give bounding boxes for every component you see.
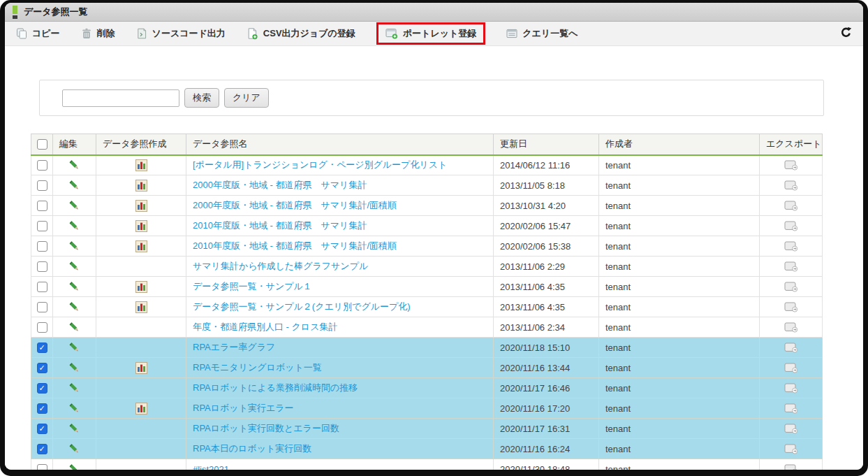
query-list-button[interactable]: クエリ一覧へ	[506, 27, 578, 40]
export-cell[interactable]	[760, 155, 823, 175]
edit-pencil-icon[interactable]	[68, 260, 80, 271]
export-icon[interactable]	[784, 200, 798, 210]
clear-button[interactable]: クリア	[224, 88, 269, 108]
export-icon[interactable]	[784, 281, 798, 291]
row-checkbox[interactable]	[37, 201, 47, 211]
select-all-checkbox[interactable]	[37, 139, 47, 150]
export-cell[interactable]	[760, 378, 823, 398]
export-cell[interactable]	[760, 257, 823, 277]
chart-create-icon[interactable]	[135, 280, 147, 291]
edit-cell[interactable]	[53, 175, 96, 196]
search-button[interactable]: 検索	[184, 88, 219, 108]
export-cell[interactable]	[760, 216, 823, 236]
row-checkbox[interactable]	[37, 180, 47, 191]
chart-create-icon[interactable]	[135, 199, 147, 210]
edit-cell[interactable]	[53, 439, 96, 459]
chart-create-icon[interactable]	[135, 402, 147, 412]
edit-pencil-icon[interactable]	[68, 159, 80, 170]
chart-create-cell[interactable]	[96, 236, 186, 257]
export-icon[interactable]	[784, 403, 798, 413]
edit-pencil-icon[interactable]	[68, 301, 80, 311]
row-checkbox[interactable]	[37, 363, 47, 373]
export-cell[interactable]	[760, 175, 823, 196]
export-cell[interactable]	[760, 459, 823, 470]
row-name-link[interactable]: RPAロボット実行回数とエラー回数	[193, 423, 339, 433]
chart-create-icon[interactable]	[135, 179, 147, 189]
edit-pencil-icon[interactable]	[68, 280, 80, 291]
export-cell[interactable]	[760, 419, 823, 439]
edit-pencil-icon[interactable]	[68, 402, 80, 412]
row-name-link[interactable]: #list2021	[193, 464, 229, 470]
export-icon[interactable]	[784, 301, 798, 312]
chart-create-icon[interactable]	[135, 219, 147, 230]
edit-pencil-icon[interactable]	[68, 463, 80, 470]
edit-pencil-icon[interactable]	[68, 341, 80, 352]
edit-cell[interactable]	[53, 297, 96, 317]
row-name-link[interactable]: 2000年度版・地域 - 都道府県 サマリ集計/面積順	[193, 200, 397, 210]
export-cell[interactable]	[760, 398, 823, 419]
chart-create-cell[interactable]	[96, 358, 186, 378]
edit-cell[interactable]	[53, 459, 96, 470]
chart-create-cell[interactable]	[96, 196, 186, 216]
row-checkbox[interactable]	[37, 444, 47, 454]
chart-create-icon[interactable]	[135, 240, 147, 250]
edit-pencil-icon[interactable]	[68, 361, 80, 372]
refresh-button[interactable]	[840, 27, 852, 41]
edit-cell[interactable]	[53, 277, 96, 297]
edit-cell[interactable]	[53, 419, 96, 439]
row-name-link[interactable]: RPAロボット実行エラー	[193, 403, 294, 413]
row-name-link[interactable]: RPA本日のロボット実行回数	[193, 443, 311, 454]
edit-cell[interactable]	[53, 378, 96, 398]
export-cell[interactable]	[760, 297, 823, 317]
row-name-link[interactable]: [ポータル用]トランジションログ・ページ別グループ化リスト	[193, 159, 447, 170]
row-name-link[interactable]: RPAエラー率グラフ	[193, 342, 275, 352]
chart-create-cell[interactable]	[96, 175, 186, 196]
portlet-register-button[interactable]: ポートレット登録	[385, 27, 477, 40]
edit-cell[interactable]	[53, 236, 96, 257]
edit-cell[interactable]	[53, 338, 96, 358]
row-checkbox[interactable]	[37, 383, 47, 394]
export-cell[interactable]	[760, 236, 823, 257]
row-name-link[interactable]: 2010年度版・地域 - 都道府県 サマリ集計	[193, 220, 367, 231]
chart-create-icon[interactable]	[135, 301, 147, 311]
chart-create-cell[interactable]	[96, 398, 186, 419]
copy-button[interactable]: コピー	[16, 27, 60, 40]
export-cell[interactable]	[760, 338, 823, 358]
row-name-link[interactable]: RPAモニタリングロボット一覧	[193, 362, 322, 373]
row-checkbox[interactable]	[37, 424, 47, 434]
export-icon[interactable]	[784, 159, 798, 170]
row-checkbox[interactable]	[37, 261, 47, 272]
row-name-link[interactable]: 2010年度版・地域 - 都道府県 サマリ集計/面積順	[193, 240, 397, 251]
edit-cell[interactable]	[53, 216, 96, 236]
chart-create-cell[interactable]	[96, 459, 186, 470]
edit-pencil-icon[interactable]	[68, 382, 80, 392]
row-name-link[interactable]: 2000年度版・地域 - 都道府県 サマリ集計	[193, 180, 367, 190]
export-icon[interactable]	[784, 382, 798, 393]
row-name-link[interactable]: データ参照一覧・サンプル２(クエリ別でグループ化)	[193, 301, 411, 312]
export-icon[interactable]	[784, 362, 798, 373]
row-name-link[interactable]: サマリ集計から作成した棒グラフサンプル	[193, 261, 368, 271]
row-checkbox[interactable]	[37, 403, 47, 414]
export-icon[interactable]	[784, 342, 798, 352]
export-icon[interactable]	[784, 322, 798, 332]
export-cell[interactable]	[760, 317, 823, 338]
edit-cell[interactable]	[53, 317, 96, 338]
edit-pencil-icon[interactable]	[68, 219, 80, 230]
row-checkbox[interactable]	[37, 322, 47, 333]
export-cell[interactable]	[760, 277, 823, 297]
export-icon[interactable]	[784, 443, 798, 454]
export-icon[interactable]	[784, 220, 798, 231]
row-checkbox[interactable]	[37, 302, 47, 312]
row-checkbox[interactable]	[37, 282, 47, 292]
row-name-link[interactable]: データ参照一覧・サンプル１	[193, 281, 312, 291]
edit-cell[interactable]	[53, 155, 96, 175]
edit-pencil-icon[interactable]	[68, 321, 80, 331]
row-name-link[interactable]: 年度・都道府県別人口 - クロス集計	[193, 322, 337, 332]
row-checkbox[interactable]	[37, 241, 47, 252]
edit-cell[interactable]	[53, 358, 96, 378]
chart-create-cell[interactable]	[96, 257, 186, 277]
edit-pencil-icon[interactable]	[68, 422, 80, 433]
row-checkbox[interactable]	[37, 342, 47, 353]
chart-create-cell[interactable]	[96, 338, 186, 358]
chart-create-cell[interactable]	[96, 297, 186, 317]
